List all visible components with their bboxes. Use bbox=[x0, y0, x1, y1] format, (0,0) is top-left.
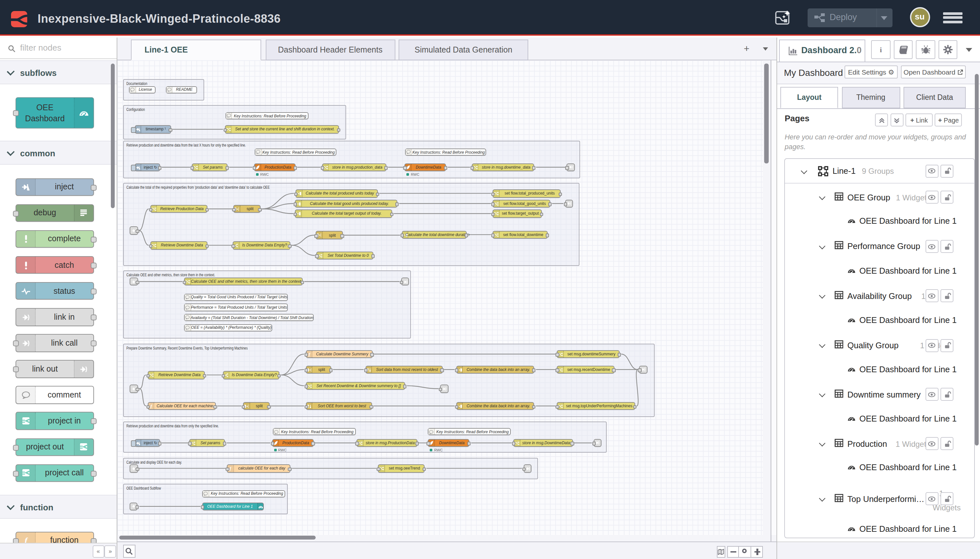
svg-text:f: f bbox=[150, 404, 152, 408]
svg-text:f: f bbox=[309, 352, 310, 357]
svg-text:f: f bbox=[230, 466, 232, 471]
svg-text:i: i bbox=[879, 46, 881, 54]
